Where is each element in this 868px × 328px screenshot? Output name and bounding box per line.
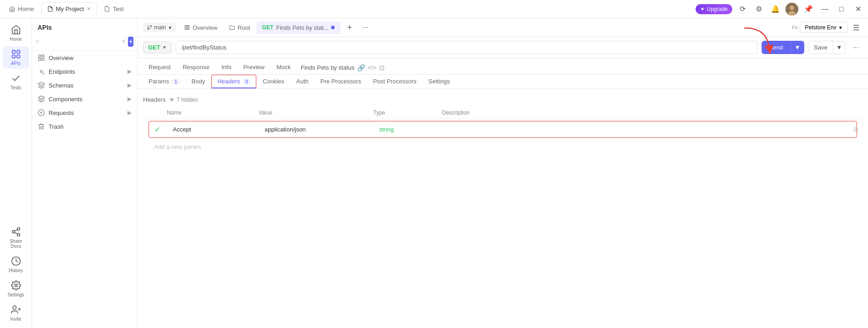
svg-rect-23 [42,58,44,60]
req-tab-response[interactable]: Response [177,61,215,74]
sidebar-item-invite[interactable]: Invite [3,302,29,324]
content-tab-overview[interactable]: Overview [179,22,223,34]
branch-selector[interactable]: main ▼ [143,23,176,32]
env-label: Petstore Env [805,24,836,31]
sidebar-item-tests[interactable]: Tests [3,71,29,93]
schemas-nav-icon [38,82,45,89]
components-nav-label: Components [49,96,83,103]
content-tab-finds-pets[interactable]: GET Finds Pets by stat... [257,22,341,34]
svg-rect-21 [42,55,44,57]
sidebar-toggle-button[interactable]: ☰ [850,21,862,34]
upgrade-button[interactable]: ✦ Upgrade [696,4,732,14]
title-bar-right: ✦ Upgrade ⟳ ⚙ 🔔 📌 — □ ✕ [696,3,864,16]
req-tab-info[interactable]: Info [216,61,237,74]
add-param-row[interactable]: Add a new param [149,140,857,154]
req-tab-mock[interactable]: Mock [271,61,296,74]
subtab-body[interactable]: Body [186,75,211,88]
requests-nav-label: Requests [49,109,74,116]
sidebar-item-home[interactable]: Home [3,22,29,44]
subtab-auth[interactable]: Auth [291,75,314,88]
send-button-group: Send ▼ [762,41,804,54]
avatar[interactable] [785,3,798,16]
settings-icon [11,280,21,290]
branch-icon [147,25,152,30]
send-dropdown-button[interactable]: ▼ [791,41,804,54]
url-bar-row: GET ▼ Send ▼ Save ▼ ··· [138,37,868,58]
svg-rect-34 [185,28,187,30]
nav-overview[interactable]: Overview [32,51,137,65]
svg-line-11 [14,230,17,231]
pin-button[interactable]: 📌 [802,3,815,16]
save-dropdown-button[interactable]: ▼ [833,41,845,54]
add-tab-button[interactable]: + [343,21,356,34]
svg-point-17 [36,40,39,43]
row-check-icon[interactable]: ✓ [155,125,173,134]
subtab-settings[interactable]: Settings [423,75,455,88]
minimize-button[interactable]: — [818,3,831,16]
url-input[interactable] [176,41,758,54]
svg-line-18 [38,42,39,43]
project-icon [47,6,53,12]
sidebar-item-history[interactable]: History [3,253,29,276]
hidden-count: 7 hidden [177,97,198,103]
refresh-button[interactable]: ⟳ [736,3,749,16]
subtab-cookies[interactable]: Cookies [257,75,290,88]
sidebar-item-share-docs[interactable]: Share Docs [3,224,29,251]
search-input[interactable] [42,38,119,45]
expand-icon[interactable]: ⊡ [379,64,385,71]
tab-home[interactable]: Home [4,3,39,15]
svg-point-1 [790,5,794,10]
branch-label: main [154,24,166,31]
sidebar-item-apis[interactable]: APIs [3,46,29,69]
sidebar-item-settings[interactable]: Settings [3,278,29,300]
svg-marker-19 [122,40,125,43]
more-tabs-button[interactable]: ··· [359,21,371,34]
tab-my-project[interactable]: My Project ✕ [41,2,97,16]
nav-schemas[interactable]: Schemas ▶ [32,78,137,92]
env-selector-button[interactable]: Petstore Env ▼ [800,22,848,33]
add-new-button[interactable]: + [128,37,133,47]
filter-icon[interactable] [122,38,126,45]
maximize-button[interactable]: □ [835,3,848,16]
subtab-params[interactable]: Params 1 [143,75,185,88]
svg-marker-25 [38,96,44,99]
svg-point-30 [150,26,152,27]
endpoints-nav-label: Endpoints [49,68,75,75]
subtab-pre-processors[interactable]: Pre Processors [315,75,367,88]
svg-rect-3 [12,50,15,53]
method-selector[interactable]: GET ▼ [143,41,172,54]
svg-point-9 [17,234,20,236]
root-tab-icon [229,25,235,30]
close-window-button[interactable]: ✕ [851,3,864,16]
code-icon[interactable]: </> [368,64,376,71]
nav-trash[interactable]: Trash [32,120,137,133]
left-sidebar: Home APIs Tests Share Docs History Set [0,18,32,328]
settings-icon-button[interactable]: ⚙ [752,3,765,16]
col-description: Description [442,109,857,116]
subtab-post-processors[interactable]: Post Processors [368,75,422,88]
req-tab-preview[interactable]: Preview [238,61,270,74]
send-button[interactable]: Send [762,41,790,54]
schemas-nav-label: Schemas [49,82,73,89]
nav-requests[interactable]: Requests ▶ [32,106,137,120]
get-method-badge: GET [262,24,274,31]
tab-close-btn[interactable]: ✕ [87,6,91,12]
more-options-button[interactable]: ··· [849,42,862,54]
hidden-badge: 👁 7 hidden [169,97,198,103]
requests-arrow: ▶ [127,109,132,116]
save-button[interactable]: Save [808,41,834,54]
notifications-button[interactable]: 🔔 [769,3,782,16]
row-expand-icon[interactable]: ⊕ [853,125,859,134]
tab-test[interactable]: Test [99,3,129,15]
nav-components[interactable]: Components ▶ [32,92,137,106]
link-icon[interactable]: 🔗 [357,64,365,71]
upgrade-star-icon: ✦ [700,6,705,12]
subtab-headers[interactable]: Headers 8 [211,75,256,88]
requests-nav-icon [38,109,45,116]
svg-rect-20 [39,55,41,57]
content-tab-root[interactable]: Root [224,22,255,34]
nav-endpoints[interactable]: Endpoints ▶ [32,65,137,78]
root-tab-label: Root [238,24,250,31]
req-tab-request[interactable]: Request [143,61,176,74]
header-row-accept[interactable]: ✓ Accept application/json string ⊕ [149,121,857,138]
